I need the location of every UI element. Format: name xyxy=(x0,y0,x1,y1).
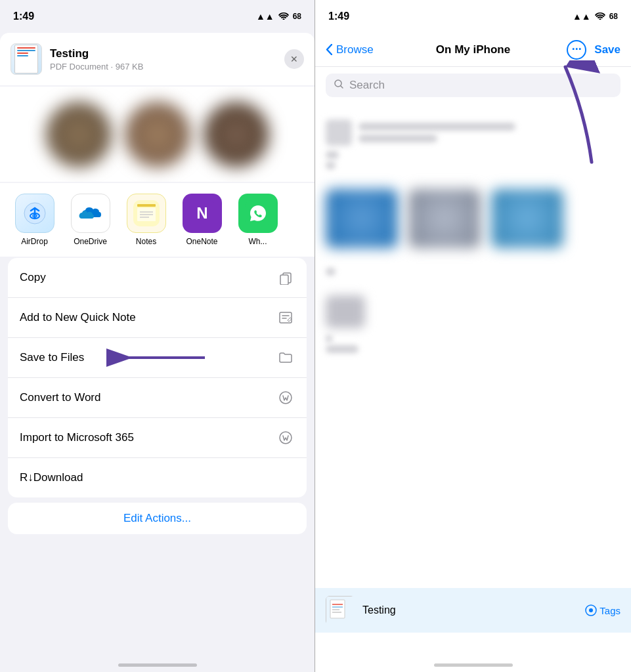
file-blob-1 xyxy=(326,189,398,248)
add-quick-note-action[interactable]: Add to New Quick Note xyxy=(8,298,307,338)
word-icon-2 xyxy=(276,429,295,447)
edit-actions-button[interactable]: Edit Actions... xyxy=(8,503,307,534)
preview-blob-2 xyxy=(125,102,190,167)
svg-rect-13 xyxy=(280,275,288,285)
app-item-onenote[interactable]: N OneNote xyxy=(181,194,223,246)
file-thumbnail xyxy=(326,596,355,625)
right-time: 1:49 xyxy=(328,10,349,22)
left-status-icons: ▲▲ 68 xyxy=(256,11,301,22)
notes-app-icon xyxy=(127,194,166,233)
battery-icon: 68 xyxy=(293,12,301,21)
airdrop-icon xyxy=(15,194,54,233)
search-icon xyxy=(334,79,344,92)
onenote-label: OneNote xyxy=(186,237,217,246)
word-icon-1 xyxy=(276,388,295,407)
wifi-icon xyxy=(278,11,289,22)
search-placeholder: Search xyxy=(349,79,385,92)
preview-blob-3 xyxy=(204,102,269,167)
right-status-bar: 1:49 ▲▲ 68 xyxy=(315,0,631,33)
download-label: R↓Download xyxy=(20,471,83,484)
left-time: 1:49 xyxy=(13,10,34,22)
file-bottom-bar: Testing Tags xyxy=(315,588,631,633)
close-button[interactable]: ✕ xyxy=(284,49,304,69)
file-blob-3 xyxy=(491,189,563,248)
left-phone: 1:49 ▲▲ 68 Testing xyxy=(0,0,315,672)
signal-icon: ▲▲ xyxy=(256,11,274,22)
file-info: Testing PDF Document · 967 KB xyxy=(50,47,276,72)
nav-back-button[interactable]: Browse xyxy=(326,43,391,56)
file-title: Testing xyxy=(50,47,276,60)
action-list: Copy Add to New Quick Note Save to File xyxy=(8,258,307,497)
quick-note-icon xyxy=(276,308,295,327)
save-to-files-label: Save to Files xyxy=(20,351,84,364)
add-quick-note-label: Add to New Quick Note xyxy=(20,311,136,324)
preview-blob-1 xyxy=(46,102,112,167)
annotation-arrow-left xyxy=(93,345,211,371)
onedrive-icon xyxy=(71,194,110,233)
download-icon xyxy=(276,469,295,487)
svg-text:N: N xyxy=(196,204,207,222)
airdrop-label: AirDrop xyxy=(21,237,48,246)
nav-title: On My iPhone xyxy=(391,43,555,56)
svg-rect-4 xyxy=(137,204,156,207)
file-subtitle: PDF Document · 967 KB xyxy=(50,62,276,72)
import-365-label: Import to Microsoft 365 xyxy=(20,431,134,444)
files-blobs xyxy=(326,182,620,255)
copy-action[interactable]: Copy xyxy=(8,258,307,298)
svg-rect-21 xyxy=(330,600,345,618)
app-share-row: AirDrop OneDrive xyxy=(0,183,315,257)
file-blob-2 xyxy=(408,189,481,248)
right-wifi-icon xyxy=(595,11,605,22)
whatsapp-label: Wh... xyxy=(248,237,267,246)
annotation-arrow-up xyxy=(533,60,611,165)
notes-label: Notes xyxy=(136,237,156,246)
tags-label: Tags xyxy=(599,605,620,616)
nav-actions: ··· Save xyxy=(555,40,620,60)
app-item-onedrive[interactable]: OneDrive xyxy=(69,194,112,246)
nav-save-button[interactable]: Save xyxy=(594,43,620,56)
onedrive-label: OneDrive xyxy=(74,237,107,246)
file-bottom-name: Testing xyxy=(362,604,577,616)
svg-point-27 xyxy=(589,608,593,612)
copy-icon xyxy=(276,268,295,287)
convert-to-word-label: Convert to Word xyxy=(20,391,100,404)
folder-icon xyxy=(276,348,295,367)
nav-more-button[interactable]: ··· xyxy=(567,40,586,60)
onenote-icon: N xyxy=(183,194,222,233)
right-signal-icon: ▲▲ xyxy=(573,11,591,22)
file-preview xyxy=(0,87,315,182)
import-365-action[interactable]: Import to Microsoft 365 xyxy=(8,418,307,458)
save-to-files-action[interactable]: Save to Files xyxy=(8,338,307,378)
app-item-whatsapp[interactable]: Wh... xyxy=(236,194,279,246)
right-home-indicator xyxy=(434,663,513,667)
copy-label: Copy xyxy=(20,271,46,284)
app-item-airdrop[interactable]: AirDrop xyxy=(13,194,56,246)
app-item-notes[interactable]: Notes xyxy=(125,194,167,246)
share-sheet-header: Testing PDF Document · 967 KB ✕ xyxy=(0,33,315,85)
convert-to-word-action[interactable]: Convert to Word xyxy=(8,378,307,418)
tags-button[interactable]: Tags xyxy=(585,604,620,616)
download-action[interactable]: R↓Download xyxy=(8,458,307,497)
nav-back-label: Browse xyxy=(336,43,374,56)
right-phone: 1:49 ▲▲ 68 Browse On My iPhone xyxy=(315,0,631,672)
home-indicator xyxy=(118,663,197,667)
left-status-bar: 1:49 ▲▲ 68 xyxy=(0,0,315,33)
file-icon xyxy=(11,43,42,75)
right-battery-icon: 68 xyxy=(609,12,618,21)
right-status-icons: ▲▲ 68 xyxy=(573,11,618,22)
whatsapp-app-icon xyxy=(238,194,278,233)
